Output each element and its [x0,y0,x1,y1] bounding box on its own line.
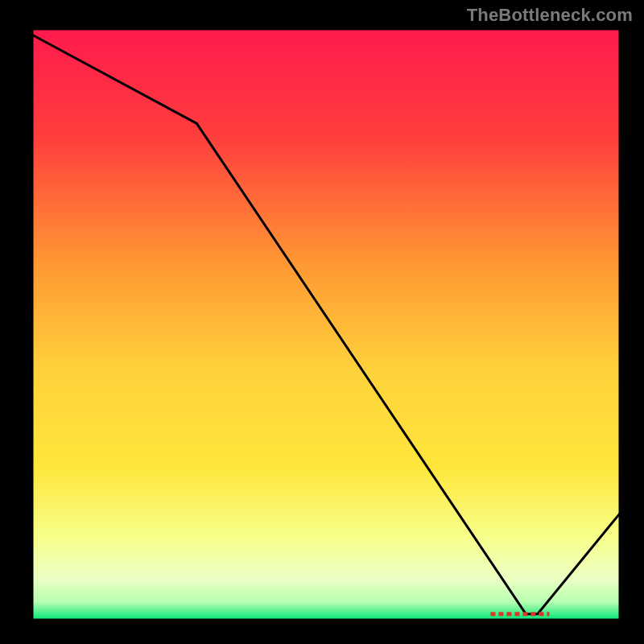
plot-background [32,29,620,620]
watermark-text: TheBottleneck.com [467,5,633,26]
chart-container: TheBottleneck.com [0,0,644,644]
chart-svg [0,0,644,644]
